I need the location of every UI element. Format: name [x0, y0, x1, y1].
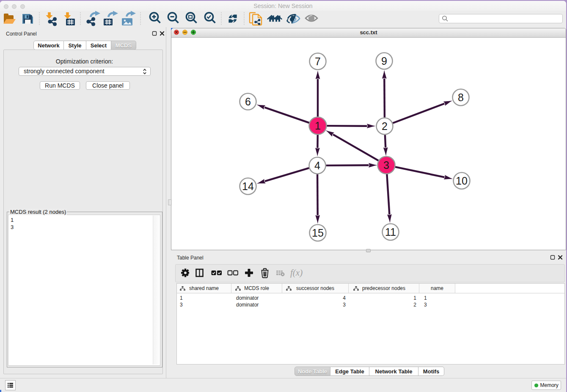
svg-text:1: 1 — [315, 120, 321, 132]
svg-text:6: 6 — [245, 96, 251, 108]
svg-text:15: 15 — [312, 227, 324, 239]
svg-text:2: 2 — [382, 120, 388, 132]
svg-text:9: 9 — [381, 55, 387, 67]
svg-text:7: 7 — [315, 55, 321, 67]
svg-text:f(x): f(x) — [290, 268, 303, 278]
svg-text:14: 14 — [242, 180, 254, 192]
svg-text:10: 10 — [456, 175, 468, 187]
svg-text:11: 11 — [385, 226, 396, 238]
svg-text:4: 4 — [314, 160, 320, 171]
svg-text:8: 8 — [458, 91, 464, 103]
svg-text:3: 3 — [383, 159, 389, 171]
